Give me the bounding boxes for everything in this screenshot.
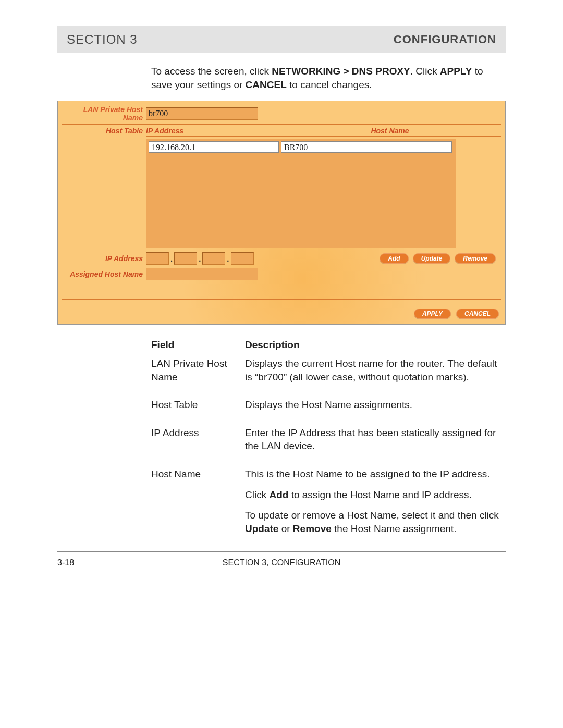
divider: [62, 299, 501, 300]
host-table-label: Host Table: [62, 127, 146, 135]
list-item-ip[interactable]: 192.168.20.1: [149, 141, 279, 153]
field-name: LAN Private Host Name: [151, 357, 245, 384]
table-row: IP Address Enter the IP Address that has…: [151, 426, 506, 453]
section-left: SECTION 3: [67, 32, 138, 47]
section-header: SECTION 3 CONFIGURATION: [57, 26, 506, 53]
col-header-description: Description: [245, 338, 506, 352]
divider: [62, 124, 501, 125]
table-row: Host Name This is the Host Name to be as…: [151, 467, 506, 536]
ip-octet-4-input[interactable]: [231, 252, 254, 265]
assigned-host-name-input[interactable]: [146, 268, 258, 280]
field-name: IP Address: [151, 426, 245, 453]
update-button[interactable]: Update: [413, 253, 451, 264]
intro-text: To access the screen, click NETWORKING >…: [151, 65, 506, 91]
apply-button[interactable]: APPLY: [414, 309, 451, 319]
ip-octet-3-input[interactable]: [202, 252, 225, 265]
remove-button[interactable]: Remove: [455, 253, 496, 264]
list-item-hostname[interactable]: BR700: [281, 141, 452, 153]
add-button[interactable]: Add: [380, 253, 408, 264]
ip-address-column-header: IP Address: [146, 127, 279, 135]
field-name: Host Table: [151, 398, 245, 412]
ip-octet-1-input[interactable]: [146, 252, 169, 265]
table-row: Host Table Displays the Host Name assign…: [151, 398, 506, 412]
field-desc: Displays the Host Name assignments.: [245, 398, 506, 412]
field-desc: Displays the current Host name for the r…: [245, 357, 506, 384]
table-row: LAN Private Host Name Displays the curre…: [151, 357, 506, 384]
host-table-listbox[interactable]: 192.168.20.1 BR700: [146, 139, 456, 248]
field-desc: This is the Host Name to be assigned to …: [245, 467, 506, 536]
page-footer-center: SECTION 3, CONFIGURATION: [223, 558, 340, 567]
page-footer: 3-18 SECTION 3, CONFIGURATION: [57, 558, 506, 571]
ip-octet-2-input[interactable]: [174, 252, 197, 265]
field-description-table: Field Description LAN Private Host Name …: [151, 338, 506, 535]
page-number: 3-18: [57, 558, 74, 567]
dns-proxy-panel: LAN Private Host Name Host Table IP Addr…: [57, 101, 506, 325]
field-desc: Enter the IP Address that has been stati…: [245, 426, 506, 453]
divider: [146, 136, 501, 137]
lan-private-host-name-input[interactable]: [146, 107, 258, 120]
page-divider: [57, 551, 506, 552]
col-header-field: Field: [151, 338, 245, 352]
assigned-host-name-label: Assigned Host Name: [62, 270, 146, 278]
lan-private-host-name-label: LAN Private Host Name: [62, 105, 146, 122]
section-right: CONFIGURATION: [394, 33, 496, 46]
field-name: Host Name: [151, 467, 245, 536]
ip-address-label: IP Address: [62, 254, 146, 263]
host-name-column-header: Host Name: [279, 127, 501, 135]
cancel-button[interactable]: CANCEL: [456, 309, 499, 319]
